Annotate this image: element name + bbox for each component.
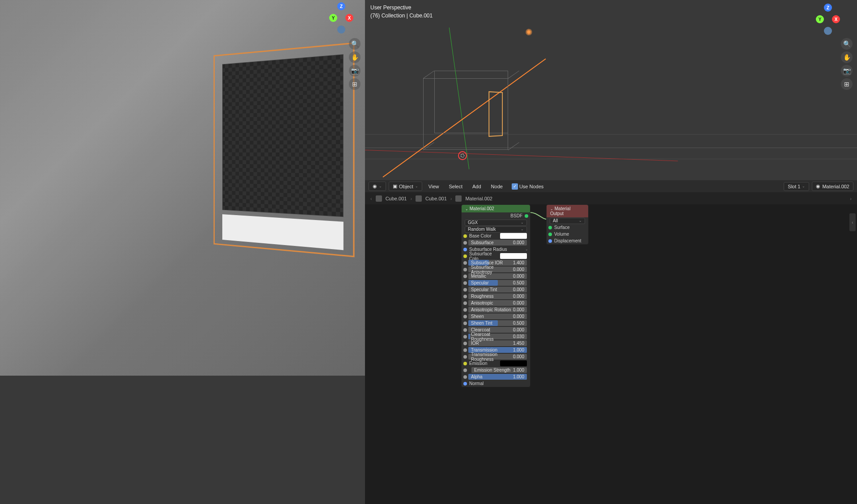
breadcrumb-mesh[interactable]: Cube.001 [425,196,447,201]
prop-subsurface-anisotropy[interactable]: Subsurface Anisotropy0.000 [462,266,530,273]
prop-specular[interactable]: Specular0.500 [462,280,530,286]
grid-icon[interactable]: ⊞ [349,78,361,90]
render-preview [0,0,365,376]
value-slider[interactable]: Specular0.500 [468,280,527,286]
pan-icon[interactable]: ✋ [349,51,361,63]
value-slider[interactable]: Sheen0.000 [468,313,527,319]
shader-editor[interactable]: ◉ ⌄ ▣ Object ⌄ View Select Add Node ✓Use… [365,180,857,504]
value-slider[interactable]: Alpha1.000 [468,374,527,380]
socket-icon[interactable] [463,348,467,352]
prop-subsurface-colo[interactable]: Subsurface Colo [462,253,530,259]
socket-icon[interactable] [463,248,467,251]
socket-icon[interactable] [463,295,467,298]
value-slider[interactable]: Specular Tint0.000 [468,287,527,292]
object-icon [376,195,382,202]
use-nodes-toggle[interactable]: ✓Use Nodes [512,183,543,190]
socket-icon[interactable] [463,261,467,265]
value-slider[interactable]: Subsurface0.000 [468,240,527,246]
rendered-viewport[interactable]: Z Y X 🔍 ✋ 📷 ⊞ [0,0,365,376]
prop-subsurface[interactable]: Subsurface0.000 [462,239,530,246]
shader-header: ◉ ⌄ ▣ Object ⌄ View Select Add Node ✓Use… [365,180,857,193]
distribution-dropdown[interactable]: GGX⌄ [465,220,527,226]
wireframe-viewport[interactable]: User Perspective (76) Collection | Cube.… [365,0,857,180]
menu-select[interactable]: Select [445,182,466,191]
mesh-icon [416,195,422,202]
prop-clearcoat-roughness[interactable]: Clearcoat Roughness0.030 [462,333,530,340]
menu-add[interactable]: Add [469,182,485,191]
socket-icon[interactable] [463,281,467,285]
value-slider[interactable]: Subsurface Anisotropy0.000 [468,267,527,272]
material-selector[interactable]: ◉ Material.002 [812,182,853,191]
socket-icon[interactable] [463,375,467,379]
prop-emission-strength[interactable]: Emission Strength1.000 [462,367,530,373]
socket-icon[interactable] [463,308,467,312]
socket-icon[interactable] [463,322,467,325]
camera-icon[interactable]: 📷 [349,65,361,76]
breadcrumb-object[interactable]: Cube.001 [386,196,407,201]
scene-3d[interactable]: ✺ [365,0,857,180]
node-title: ⌄ Material.002 [462,205,530,212]
socket-icon[interactable] [463,268,467,271]
material-output-node[interactable]: ⌄ Material Output All⌄ Surface Volume Di… [546,204,589,245]
displacement-input[interactable]: Displacement [547,237,588,244]
socket-icon[interactable] [463,328,467,332]
principled-bsdf-node[interactable]: ⌄ Material.002 BSDF GGX⌄ Random Walk⌄ Ba… [461,204,530,387]
socket-icon[interactable] [463,335,467,339]
value-slider[interactable]: Sheen Tint0.500 [468,320,527,326]
chevron-down-icon[interactable]: ⌄ [525,247,528,251]
node-title: ⌄ Material Output [547,205,588,217]
color-field[interactable] [500,233,527,239]
socket-icon[interactable] [463,362,467,365]
socket-icon[interactable] [463,355,467,359]
value-slider[interactable]: Roughness0.000 [468,293,527,299]
surface-input[interactable]: Surface [547,224,588,231]
socket-icon[interactable] [463,275,467,278]
socket-icon[interactable] [463,254,467,258]
value-slider[interactable]: Anisotropic0.000 [468,300,527,306]
selected-object[interactable] [488,91,503,137]
value-slider[interactable]: Anisotropic Rotation0.000 [468,307,527,313]
axis-y[interactable]: Y [329,14,337,22]
axis-neg[interactable] [337,25,345,34]
object-mode-dropdown[interactable]: ▣ Object ⌄ [389,182,422,191]
prop-sheen[interactable]: Sheen0.000 [462,313,530,320]
prop-base-color[interactable]: Base Color [462,233,530,239]
material-icon [455,195,462,202]
sss-method-dropdown[interactable]: Random Walk⌄ [465,226,527,233]
editor-type-dropdown[interactable]: ◉ ⌄ [369,182,386,191]
color-field[interactable] [500,253,527,259]
value-slider[interactable]: Transmission Roughness0.000 [468,354,527,360]
menu-view[interactable]: View [425,182,443,191]
bsdf-output-socket[interactable]: BSDF [463,213,525,218]
prop-specular-tint[interactable]: Specular Tint0.000 [462,286,530,293]
socket-icon[interactable] [463,368,467,372]
menu-node[interactable]: Node [488,182,506,191]
socket-icon[interactable] [463,342,467,345]
breadcrumb-material[interactable]: Material.002 [465,196,492,201]
prop-alpha[interactable]: Alpha1.000 [462,373,530,380]
prop-anisotropic[interactable]: Anisotropic0.000 [462,300,530,306]
prop-roughness[interactable]: Roughness0.000 [462,293,530,300]
socket-icon[interactable] [463,241,467,245]
zoom-icon[interactable]: 🔍 [349,38,361,50]
socket-icon[interactable] [463,382,467,385]
value-slider[interactable]: Emission Strength1.000 [471,367,527,373]
target-dropdown[interactable]: All⌄ [550,218,585,224]
node-breadcrumb: ‹ Cube.001 › Cube.001 › Material.002 › [365,193,857,204]
expand-handle[interactable]: ‹ [849,213,856,231]
prop-transmission-roughness[interactable]: Transmission Roughness0.000 [462,353,530,360]
socket-icon[interactable] [463,301,467,305]
prop-anisotropic-rotation[interactable]: Anisotropic Rotation0.000 [462,306,530,313]
socket-icon[interactable] [463,315,467,318]
socket-icon[interactable] [463,288,467,292]
volume-input[interactable]: Volume [547,231,588,237]
slot-dropdown[interactable]: Slot 1 ⌄ [784,182,809,191]
nav-gizmo-left[interactable]: Z Y X [326,2,357,34]
light-icon[interactable]: ✺ [525,27,533,35]
axis-x[interactable]: X [345,14,353,22]
socket-icon[interactable] [463,234,467,238]
prop-normal[interactable]: Normal [462,380,530,387]
prop-sheen-tint[interactable]: Sheen Tint0.500 [462,320,530,326]
value-slider[interactable]: Clearcoat Roughness0.030 [468,334,527,339]
axis-z[interactable]: Z [337,2,345,10]
